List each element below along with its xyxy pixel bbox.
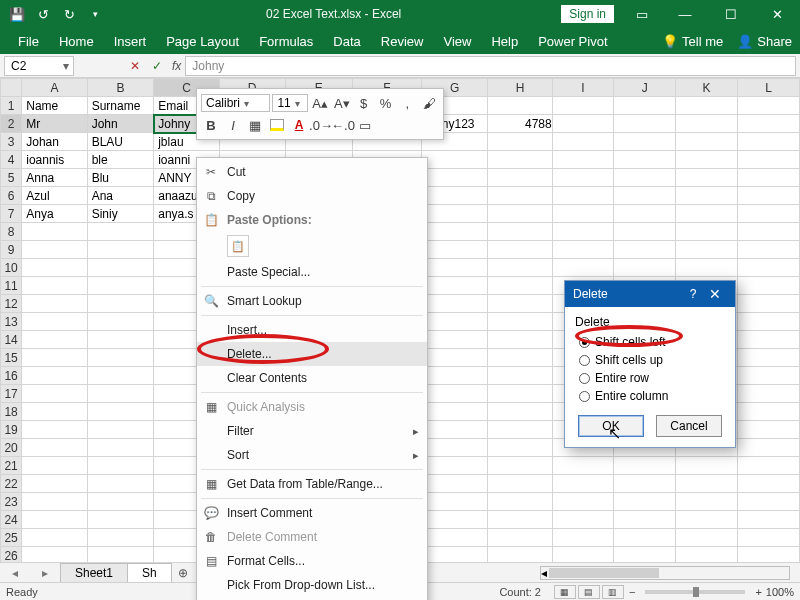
column-header[interactable]: K	[676, 79, 738, 97]
row-header[interactable]: 21	[1, 457, 22, 475]
row-header[interactable]: 16	[1, 367, 22, 385]
cell[interactable]	[738, 241, 800, 259]
cell[interactable]	[738, 457, 800, 475]
menu-cut[interactable]: ✂Cut	[197, 160, 427, 184]
sheet-tab-nav[interactable]: ◂▸	[0, 566, 60, 580]
cell[interactable]	[676, 223, 738, 241]
column-header[interactable]: L	[738, 79, 800, 97]
formula-input[interactable]: Johny	[185, 56, 796, 76]
cell[interactable]	[552, 187, 614, 205]
cell[interactable]	[738, 331, 800, 349]
zoom-slider[interactable]	[645, 590, 745, 594]
cell[interactable]	[738, 133, 800, 151]
tab-data[interactable]: Data	[323, 28, 370, 54]
tab-file[interactable]: File	[8, 28, 49, 54]
cell[interactable]	[22, 349, 87, 367]
cell[interactable]	[488, 493, 552, 511]
cell[interactable]	[614, 529, 676, 547]
cell[interactable]	[614, 169, 676, 187]
cell[interactable]	[552, 169, 614, 187]
cell[interactable]: Mr	[22, 115, 87, 133]
borders-icon[interactable]: ▦	[245, 115, 265, 135]
cell[interactable]	[421, 277, 488, 295]
row-header[interactable]: 8	[1, 223, 22, 241]
row-header[interactable]: 22	[1, 475, 22, 493]
accounting-format-icon[interactable]: $	[354, 93, 374, 113]
cell[interactable]	[488, 169, 552, 187]
menu-delete-comment[interactable]: 🗑Delete Comment	[197, 525, 427, 549]
cell[interactable]	[421, 151, 488, 169]
cell[interactable]	[614, 151, 676, 169]
cell[interactable]	[87, 295, 154, 313]
cell[interactable]	[22, 313, 87, 331]
cell[interactable]	[488, 223, 552, 241]
cell[interactable]: Azul	[22, 187, 87, 205]
sheet-tab[interactable]: Sheet1	[60, 563, 128, 583]
cell[interactable]	[614, 97, 676, 115]
cancel-icon[interactable]: ✕	[124, 55, 146, 77]
cell[interactable]	[488, 151, 552, 169]
menu-insert[interactable]: Insert...	[197, 318, 427, 342]
cell[interactable]	[614, 259, 676, 277]
cell[interactable]	[87, 421, 154, 439]
cell[interactable]	[22, 493, 87, 511]
cell[interactable]	[552, 241, 614, 259]
row-header[interactable]: 7	[1, 205, 22, 223]
cell[interactable]	[488, 205, 552, 223]
cell[interactable]	[421, 259, 488, 277]
cell[interactable]	[488, 277, 552, 295]
cell[interactable]: Anna	[22, 169, 87, 187]
cell[interactable]	[614, 511, 676, 529]
cell[interactable]	[552, 151, 614, 169]
cell[interactable]	[488, 475, 552, 493]
cell[interactable]	[614, 187, 676, 205]
sheet-tab-active[interactable]: Sh	[127, 563, 172, 583]
tab-insert[interactable]: Insert	[104, 28, 157, 54]
cell[interactable]	[87, 241, 154, 259]
cell[interactable]	[22, 331, 87, 349]
cell[interactable]: ble	[87, 151, 154, 169]
cell[interactable]	[22, 403, 87, 421]
merge-center-icon[interactable]: ▭	[355, 115, 375, 135]
cell[interactable]	[676, 97, 738, 115]
cell[interactable]	[87, 403, 154, 421]
cell[interactable]: Anya	[22, 205, 87, 223]
cell[interactable]: Siniy	[87, 205, 154, 223]
help-icon[interactable]: ?	[683, 287, 703, 301]
column-header[interactable]: H	[488, 79, 552, 97]
cell[interactable]	[87, 385, 154, 403]
cell[interactable]	[22, 295, 87, 313]
menu-clear-contents[interactable]: Clear Contents	[197, 366, 427, 390]
cell[interactable]	[614, 241, 676, 259]
cell[interactable]	[676, 187, 738, 205]
cell[interactable]	[676, 259, 738, 277]
cell[interactable]	[738, 511, 800, 529]
redo-icon[interactable]: ↻	[58, 3, 80, 25]
cell[interactable]	[421, 385, 488, 403]
cell[interactable]	[614, 475, 676, 493]
cell[interactable]	[488, 313, 552, 331]
cell[interactable]	[738, 439, 800, 457]
italic-icon[interactable]: I	[223, 115, 243, 135]
cell[interactable]	[552, 457, 614, 475]
cell[interactable]	[738, 529, 800, 547]
cell[interactable]	[421, 403, 488, 421]
cell[interactable]	[738, 223, 800, 241]
cell[interactable]	[552, 97, 614, 115]
row-header[interactable]: 11	[1, 277, 22, 295]
cell[interactable]	[676, 205, 738, 223]
menu-paste-special[interactable]: Paste Special...	[197, 260, 427, 284]
cell[interactable]	[22, 457, 87, 475]
cell[interactable]	[676, 475, 738, 493]
cell[interactable]	[676, 529, 738, 547]
cell[interactable]	[22, 259, 87, 277]
cell[interactable]	[22, 277, 87, 295]
font-color-icon[interactable]: A	[289, 115, 309, 135]
cell[interactable]	[676, 115, 738, 133]
row-header[interactable]: 19	[1, 421, 22, 439]
fill-color-icon[interactable]	[267, 115, 287, 135]
cell[interactable]	[738, 97, 800, 115]
dialog-title-bar[interactable]: Delete ? ✕	[565, 281, 735, 307]
tab-power-pivot[interactable]: Power Pivot	[528, 28, 617, 54]
cell[interactable]	[22, 223, 87, 241]
